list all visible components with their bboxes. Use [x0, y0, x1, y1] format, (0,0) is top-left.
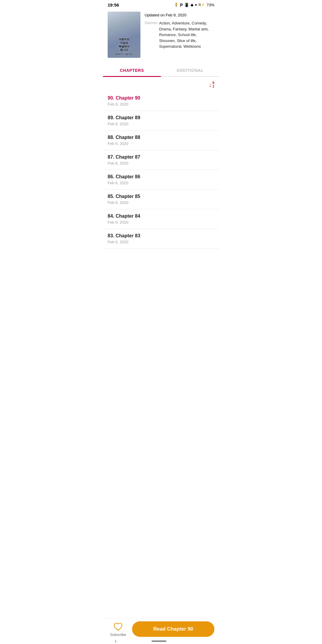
chapter-title: 89. Chapter 89	[108, 115, 214, 120]
chapter-item[interactable]: 89. Chapter 89Feb 6, 2020	[103, 111, 219, 131]
genres-label: Genres	[145, 21, 157, 25]
chapter-list: 90. Chapter 90Feb 9, 202089. Chapter 89F…	[103, 91, 219, 249]
chapter-date: Feb 6, 2020	[108, 122, 214, 126]
vibrate-icon: 📳	[184, 3, 189, 7]
manga-updated: Updated on Feb 9, 2020	[145, 13, 214, 17]
genres-text: Action, Adventure, Comedy, Drama, Fantas…	[159, 20, 214, 49]
chapter-date: Feb 6, 2020	[108, 240, 214, 244]
genres-row: Genres Action, Adventure, Comedy, Drama,…	[145, 20, 214, 49]
manga-meta: Updated on Feb 9, 2020 Genres Action, Ad…	[145, 12, 214, 49]
chapter-date: Feb 9, 2020	[108, 102, 214, 106]
chapter-item[interactable]: 90. Chapter 90Feb 9, 2020	[103, 91, 219, 111]
chapter-item[interactable]: 87. Chapter 87Feb 6, 2020	[103, 150, 219, 170]
manga-header: 귀환자의 마법은 특별해야 합니다 원작가 × 그림 오산 Updated on…	[103, 9, 219, 63]
chapter-title: 83. Chapter 83	[108, 233, 214, 239]
status-icons: 🧍 P 📳 ◆ ▾ R⚡ 73%	[174, 3, 214, 7]
status-time: 19:56	[108, 2, 119, 7]
sort-button[interactable]: ↓ 9 1	[209, 81, 214, 88]
chapter-item[interactable]: 86. Chapter 86Feb 6, 2020	[103, 170, 219, 190]
chapter-title: 84. Chapter 84	[108, 213, 214, 219]
sort-arrow-icon: ↓	[209, 81, 212, 88]
chapter-title: 86. Chapter 86	[108, 174, 214, 179]
tabs: CHAPTERS ADDITIONAL	[103, 64, 219, 77]
sort-numbers: 9 1	[212, 81, 214, 88]
chapter-date: Feb 6, 2020	[108, 200, 214, 205]
chapter-title: 88. Chapter 88	[108, 135, 214, 140]
plex-icon: P	[180, 3, 183, 7]
person-icon: 🧍	[174, 3, 179, 7]
chapter-item[interactable]: 88. Chapter 88Feb 6, 2020	[103, 131, 219, 150]
manga-cover: 귀환자의 마법은 특별해야 합니다 원작가 × 그림 오산	[108, 12, 140, 58]
data-icon: ◆	[191, 3, 193, 7]
battery-icon: 73%	[207, 3, 214, 7]
chapter-date: Feb 6, 2020	[108, 161, 214, 165]
tab-chapters[interactable]: CHAPTERS	[103, 64, 161, 76]
wifi-icon: ▾	[195, 3, 197, 7]
sort-bar: ↓ 9 1	[103, 77, 219, 91]
tab-additional[interactable]: ADDITIONAL	[161, 64, 219, 76]
chapter-item[interactable]: 85. Chapter 85Feb 6, 2020	[103, 190, 219, 209]
chapter-item[interactable]: 83. Chapter 83Feb 6, 2020	[103, 229, 219, 249]
cover-text: 귀환자의 마법은 특별해야 합니다 원작가 × 그림 오산	[109, 38, 139, 55]
chapter-item[interactable]: 84. Chapter 84Feb 6, 2020	[103, 209, 219, 229]
chapter-date: Feb 6, 2020	[108, 141, 214, 146]
signal-icon: R⚡	[199, 3, 205, 7]
chapter-date: Feb 6, 2020	[108, 181, 214, 185]
chapter-date: Feb 6, 2020	[108, 220, 214, 225]
chapter-title: 85. Chapter 85	[108, 194, 214, 199]
status-bar: 19:56 🧍 P 📳 ◆ ▾ R⚡ 73%	[103, 0, 219, 9]
chapter-title: 90. Chapter 90	[108, 95, 214, 101]
chapter-title: 87. Chapter 87	[108, 154, 214, 160]
